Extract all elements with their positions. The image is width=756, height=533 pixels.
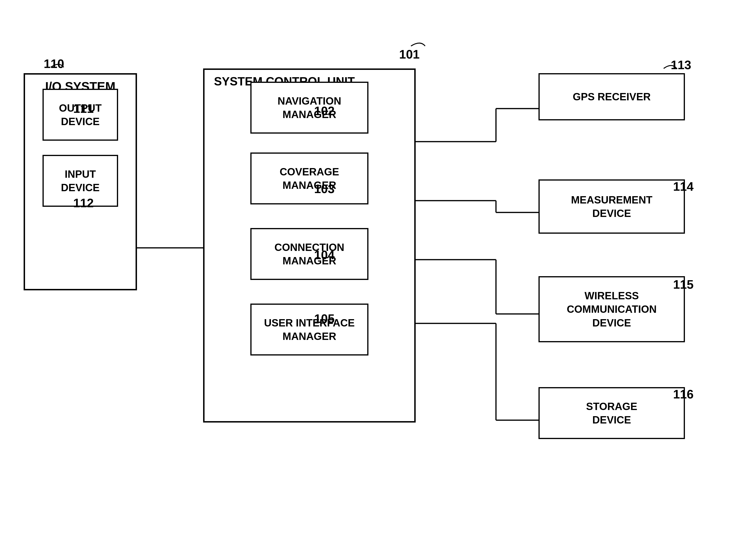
ref-102: 102 [314,104,335,118]
ref-105: 105 [314,312,335,326]
user-interface-manager-box: USER INTERFACE MANAGER [250,304,368,355]
ref-115: 115 [673,277,694,292]
measurement-device-box: MEASUREMENT DEVICE [538,179,685,234]
ref-101: 101 [399,47,420,62]
system-control-unit-box: SYSTEM CONTROL UNIT NAVIGATION MANAGER C… [203,68,416,422]
ref-114: 114 [673,179,694,193]
gps-receiver-box: GPS RECEIVER [538,73,685,120]
input-device-label: INPUT DEVICE [61,167,100,194]
ref-111: 111 [73,102,94,116]
diagram: I/O SYSTEM OUTPUT DEVICE INPUT DEVICE 11… [0,0,756,533]
ref-112: 112 [73,196,94,210]
storage-device-box: STORAGE DEVICE [538,387,685,439]
ref-104: 104 [314,248,335,262]
ref-113: 113 [671,58,691,72]
ref-103: 103 [314,182,335,196]
ref-116: 116 [673,387,694,401]
connection-manager-box: CONNECTION MANAGER [250,228,368,280]
gps-receiver-label: GPS RECEIVER [573,90,651,103]
measurement-device-label: MEASUREMENT DEVICE [571,193,653,220]
storage-device-label: STORAGE DEVICE [586,400,637,426]
ref-110: 110 [44,57,64,71]
user-interface-manager-label: USER INTERFACE MANAGER [264,316,355,343]
wireless-communication-device-label: WIRELESS COMMUNICATION DEVICE [567,289,657,330]
coverage-manager-box: COVERAGE MANAGER [250,152,368,204]
navigation-manager-box: NAVIGATION MANAGER [250,82,368,134]
wireless-communication-device-box: WIRELESS COMMUNICATION DEVICE [538,276,685,342]
